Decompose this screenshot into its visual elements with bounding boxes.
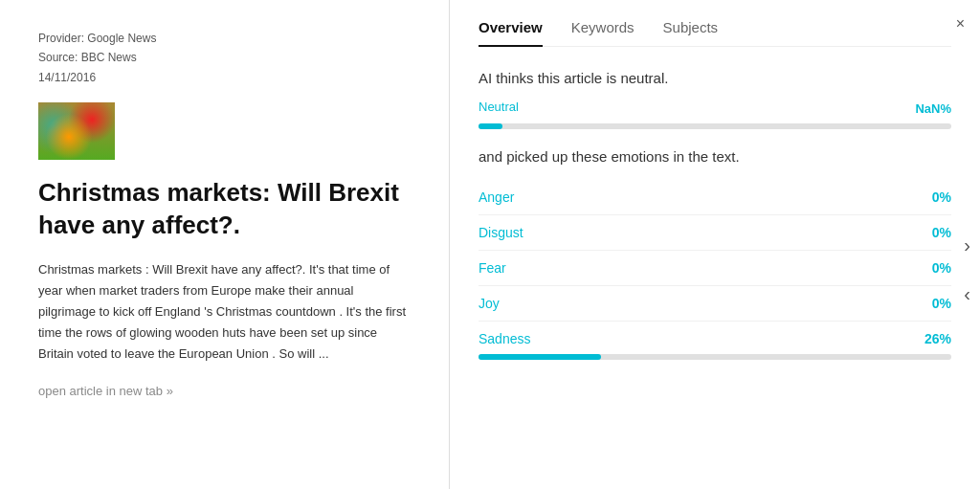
- source-label: Source: BBC News: [38, 48, 411, 67]
- neutral-label: Neutral: [479, 100, 519, 114]
- neutral-value: NaN%: [915, 101, 951, 116]
- emotion-row-anger: Anger 0%: [479, 180, 951, 215]
- prev-arrow[interactable]: ‹: [964, 282, 970, 304]
- meta-info: Provider: Google News Source: BBC News 1…: [38, 29, 411, 87]
- sadness-progress-fill: [479, 354, 601, 360]
- tab-keywords[interactable]: Keywords: [571, 19, 635, 47]
- tab-overview[interactable]: Overview: [479, 19, 543, 47]
- article-panel: Provider: Google News Source: BBC News 1…: [0, 0, 450, 489]
- emotion-value-joy: 0%: [932, 296, 951, 311]
- article-title: Christmas markets: Will Brexit have any …: [38, 177, 411, 242]
- emotion-label-fear: Fear: [479, 260, 506, 276]
- sentiment-heading: AI thinks this article is neutral.: [479, 70, 951, 86]
- emotion-label-sadness: Sadness: [479, 331, 530, 346]
- provider-label: Provider: Google News: [38, 29, 411, 48]
- article-thumbnail: [38, 102, 115, 160]
- emotion-row-joy: Joy 0%: [479, 286, 951, 322]
- emotion-value-anger: 0%: [932, 189, 951, 205]
- emotion-value-disgust: 0%: [932, 225, 951, 240]
- neutral-progress-fill: [479, 123, 502, 129]
- analysis-panel: × Overview Keywords Subjects AI thinks t…: [450, 0, 980, 489]
- tab-subjects[interactable]: Subjects: [663, 19, 719, 47]
- emotion-value-fear: 0%: [932, 260, 951, 276]
- emotion-label-joy: Joy: [479, 296, 500, 311]
- close-button[interactable]: ×: [956, 15, 965, 33]
- next-arrow[interactable]: ›: [964, 233, 970, 256]
- date-label: 14/11/2016: [38, 68, 411, 87]
- emotion-label-disgust: Disgust: [479, 225, 523, 240]
- sadness-progress-track: [479, 354, 951, 360]
- article-body: Christmas markets : Will Brexit have any…: [38, 259, 411, 365]
- emotions-heading: and picked up these emotions in the text…: [479, 148, 951, 165]
- thumbnail-image: [38, 102, 115, 160]
- neutral-progress-track: [479, 123, 951, 129]
- emotion-row-fear: Fear 0%: [479, 251, 951, 286]
- tab-bar: Overview Keywords Subjects: [479, 19, 951, 47]
- emotion-label-anger: Anger: [479, 189, 514, 205]
- emotion-row-disgust: Disgust 0%: [479, 215, 951, 251]
- emotion-value-sadness: 26%: [924, 331, 951, 346]
- emotion-row-sadness: Sadness 26%: [479, 322, 951, 369]
- open-article-link[interactable]: open article in new tab »: [38, 384, 173, 398]
